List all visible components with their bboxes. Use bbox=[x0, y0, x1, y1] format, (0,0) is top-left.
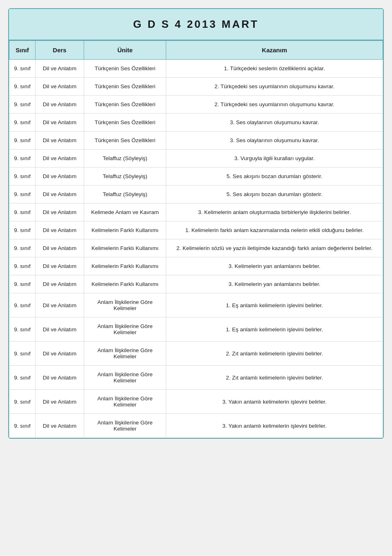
cell-unite: Anlam İlişkilerine Göre Kelimeler bbox=[84, 414, 166, 438]
table-row: 9. sınıfDil ve AnlatımAnlam İlişkilerine… bbox=[9, 366, 383, 390]
cell-sinif: 9. sınıf bbox=[9, 257, 36, 275]
cell-unite: Anlam İlişkilerine Göre Kelimeler bbox=[84, 293, 166, 317]
table-row: 9. sınıfDil ve AnlatımTelaffuz (Söyleyiş… bbox=[9, 167, 383, 185]
cell-kazanim: 1. Eş anlamlı kelimelerin işlevini belir… bbox=[166, 293, 383, 317]
cell-kazanim: 3. Ses olaylarının oluşumunu kavrar. bbox=[166, 114, 383, 132]
cell-unite: Anlam İlişkilerine Göre Kelimeler bbox=[84, 342, 166, 366]
cell-ders: Dil ve Anlatım bbox=[36, 239, 84, 257]
page-container: G D S 4 2013 MART Sınıf Ders Ünite Kazan… bbox=[8, 8, 384, 439]
cell-ders: Dil ve Anlatım bbox=[36, 221, 84, 239]
cell-unite: Kelimelerin Farklı Kullanımı bbox=[84, 221, 166, 239]
cell-ders: Dil ve Anlatım bbox=[36, 114, 84, 132]
cell-kazanim: 3. Kelimelerin anlam oluşturmada birbirl… bbox=[166, 203, 383, 221]
table-body: 9. sınıfDil ve AnlatımTürkçenin Ses Özel… bbox=[9, 60, 383, 438]
cell-unite: Kelimede Anlam ve Kavram bbox=[84, 203, 166, 221]
cell-ders: Dil ve Anlatım bbox=[36, 390, 84, 414]
table-row: 9. sınıfDil ve AnlatımAnlam İlişkilerine… bbox=[9, 414, 383, 438]
table-row: 9. sınıfDil ve AnlatımAnlam İlişkilerine… bbox=[9, 293, 383, 317]
cell-kazanim: 5. Ses akışını bozan durumları gösterir. bbox=[166, 167, 383, 185]
cell-unite: Kelimelerin Farklı Kullanımı bbox=[84, 257, 166, 275]
cell-unite: Telaffuz (Söyleyiş) bbox=[84, 185, 166, 203]
cell-kazanim: 2. Zıt anlamlı kelimelerin işlevini beli… bbox=[166, 366, 383, 390]
cell-ders: Dil ve Anlatım bbox=[36, 342, 84, 366]
cell-ders: Dil ve Anlatım bbox=[36, 78, 84, 96]
cell-sinif: 9. sınıf bbox=[9, 390, 36, 414]
table-row: 9. sınıfDil ve AnlatımTürkçenin Ses Özel… bbox=[9, 60, 383, 78]
cell-sinif: 9. sınıf bbox=[9, 132, 36, 150]
cell-ders: Dil ve Anlatım bbox=[36, 293, 84, 317]
cell-unite: Anlam İlişkilerine Göre Kelimeler bbox=[84, 390, 166, 414]
main-table: Sınıf Ders Ünite Kazanım 9. sınıfDil ve … bbox=[9, 40, 383, 438]
cell-sinif: 9. sınıf bbox=[9, 114, 36, 132]
cell-ders: Dil ve Anlatım bbox=[36, 414, 84, 438]
cell-kazanim: 3. Yakın anlamlı kelimelerin işlevini be… bbox=[166, 390, 383, 414]
cell-sinif: 9. sınıf bbox=[9, 78, 36, 96]
cell-kazanim: 1. Eş anlamlı kelimelerin işlevini belir… bbox=[166, 317, 383, 342]
cell-kazanim: 1. Türkçedeki seslerin özelliklerini açı… bbox=[166, 60, 383, 78]
table-row: 9. sınıfDil ve AnlatımTürkçenin Ses Özel… bbox=[9, 78, 383, 96]
cell-unite: Türkçenin Ses Özellikleri bbox=[84, 132, 166, 150]
cell-ders: Dil ve Anlatım bbox=[36, 132, 84, 150]
cell-kazanim: 1. Kelimelerin farklı anlam kazanmaların… bbox=[166, 221, 383, 239]
table-row: 9. sınıfDil ve AnlatımAnlam İlişkilerine… bbox=[9, 390, 383, 414]
header-unite: Ünite bbox=[84, 41, 166, 60]
cell-sinif: 9. sınıf bbox=[9, 96, 36, 114]
cell-unite: Telaffuz (Söyleyiş) bbox=[84, 150, 166, 167]
cell-sinif: 9. sınıf bbox=[9, 150, 36, 167]
cell-ders: Dil ve Anlatım bbox=[36, 257, 84, 275]
cell-kazanim: 3. Ses olaylarının oluşumunu kavrar. bbox=[166, 132, 383, 150]
table-row: 9. sınıfDil ve AnlatımKelimede Anlam ve … bbox=[9, 203, 383, 221]
cell-unite: Türkçenin Ses Özellikleri bbox=[84, 60, 166, 78]
cell-ders: Dil ve Anlatım bbox=[36, 60, 84, 78]
cell-unite: Kelimelerin Farklı Kullanımı bbox=[84, 239, 166, 257]
cell-sinif: 9. sınıf bbox=[9, 414, 36, 438]
cell-kazanim: 2. Türkçedeki ses uyumlarının oluşumunu … bbox=[166, 78, 383, 96]
table-row: 9. sınıfDil ve AnlatımTürkçenin Ses Özel… bbox=[9, 132, 383, 150]
cell-sinif: 9. sınıf bbox=[9, 293, 36, 317]
cell-unite: Anlam İlişkilerine Göre Kelimeler bbox=[84, 317, 166, 342]
table-row: 9. sınıfDil ve AnlatımKelimelerin Farklı… bbox=[9, 221, 383, 239]
table-row: 9. sınıfDil ve AnlatımKelimelerin Farklı… bbox=[9, 275, 383, 293]
cell-ders: Dil ve Anlatım bbox=[36, 203, 84, 221]
cell-kazanim: 2. Türkçedeki ses uyumlarının oluşumunu … bbox=[166, 96, 383, 114]
page-title: G D S 4 2013 MART bbox=[9, 9, 383, 40]
table-row: 9. sınıfDil ve AnlatımAnlam İlişkilerine… bbox=[9, 317, 383, 342]
cell-sinif: 9. sınıf bbox=[9, 239, 36, 257]
table-row: 9. sınıfDil ve AnlatımKelimelerin Farklı… bbox=[9, 239, 383, 257]
cell-sinif: 9. sınıf bbox=[9, 317, 36, 342]
cell-unite: Kelimelerin Farklı Kullanımı bbox=[84, 275, 166, 293]
table-row: 9. sınıfDil ve AnlatımTürkçenin Ses Özel… bbox=[9, 114, 383, 132]
table-row: 9. sınıfDil ve AnlatımKelimelerin Farklı… bbox=[9, 257, 383, 275]
cell-sinif: 9. sınıf bbox=[9, 60, 36, 78]
cell-ders: Dil ve Anlatım bbox=[36, 275, 84, 293]
cell-kazanim: 2. Kelimelerin sözlü ve yazılı iletişimd… bbox=[166, 239, 383, 257]
cell-kazanim: 5. Ses akışını bozan durumları gösterir. bbox=[166, 185, 383, 203]
cell-kazanim: 3. Kelimelerin yan anlamlarını belirler. bbox=[166, 257, 383, 275]
cell-ders: Dil ve Anlatım bbox=[36, 366, 84, 390]
cell-unite: Türkçenin Ses Özellikleri bbox=[84, 96, 166, 114]
cell-unite: Türkçenin Ses Özellikleri bbox=[84, 114, 166, 132]
cell-kazanim: 3. Vurguyla ilgili kuralları uygular. bbox=[166, 150, 383, 167]
cell-ders: Dil ve Anlatım bbox=[36, 150, 84, 167]
cell-ders: Dil ve Anlatım bbox=[36, 185, 84, 203]
table-row: 9. sınıfDil ve AnlatımTelaffuz (Söyleyiş… bbox=[9, 185, 383, 203]
cell-sinif: 9. sınıf bbox=[9, 221, 36, 239]
cell-kazanim: 3. Kelimelerin yan anlamlarını belirler. bbox=[166, 275, 383, 293]
table-row: 9. sınıfDil ve AnlatımAnlam İlişkilerine… bbox=[9, 342, 383, 366]
table-header-row: Sınıf Ders Ünite Kazanım bbox=[9, 41, 383, 60]
cell-sinif: 9. sınıf bbox=[9, 167, 36, 185]
header-sinif: Sınıf bbox=[9, 41, 36, 60]
cell-ders: Dil ve Anlatım bbox=[36, 167, 84, 185]
cell-ders: Dil ve Anlatım bbox=[36, 317, 84, 342]
cell-sinif: 9. sınıf bbox=[9, 275, 36, 293]
header-kazanim: Kazanım bbox=[166, 41, 383, 60]
cell-sinif: 9. sınıf bbox=[9, 342, 36, 366]
cell-sinif: 9. sınıf bbox=[9, 366, 36, 390]
table-row: 9. sınıfDil ve AnlatımTelaffuz (Söyleyiş… bbox=[9, 150, 383, 167]
header-ders: Ders bbox=[36, 41, 84, 60]
cell-ders: Dil ve Anlatım bbox=[36, 96, 84, 114]
cell-kazanim: 2. Zıt anlamlı kelimelerin işlevini beli… bbox=[166, 342, 383, 366]
cell-sinif: 9. sınıf bbox=[9, 185, 36, 203]
cell-unite: Telaffuz (Söyleyiş) bbox=[84, 167, 166, 185]
cell-unite: Anlam İlişkilerine Göre Kelimeler bbox=[84, 366, 166, 390]
